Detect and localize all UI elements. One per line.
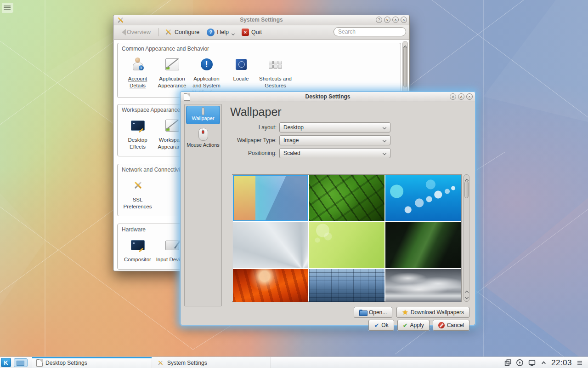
chevron-down-icon [383, 151, 386, 155]
dialog-body: Wallpaper Mouse Actions Wallpaper Layout… [181, 102, 475, 325]
quit-button[interactable]: × Quit [242, 29, 262, 36]
wallpaper-thumbnail[interactable] [385, 222, 461, 268]
close-button[interactable]: × [401, 17, 407, 23]
dialog-close-button[interactable]: × [466, 93, 473, 100]
wallpaper-thumbnail[interactable] [309, 269, 384, 302]
layout-label: Layout: [181, 122, 277, 132]
system-tray: 22:03 [504, 357, 583, 368]
system-settings-titlebar[interactable]: System Settings ? ∨ ∧ × [113, 15, 409, 25]
search-input[interactable] [334, 27, 406, 36]
wallpaper-thumbnail[interactable] [309, 222, 384, 268]
shortcuts-icon [269, 61, 282, 69]
clock[interactable]: 22:03 [551, 358, 572, 368]
wallpaper-grid-scrollbar[interactable] [464, 174, 469, 302]
document-icon [36, 359, 43, 367]
star-icon: ★ [402, 309, 408, 316]
section-common-appearance: Common Appearance and Behavior i Account… [117, 43, 401, 98]
help-window-button[interactable]: ? [376, 17, 382, 23]
configure-button[interactable]: Configure [164, 28, 199, 36]
task-desktop-settings[interactable]: Desktop Settings [32, 357, 152, 368]
expand-tray-icon[interactable] [540, 359, 547, 366]
wallpaper-thumbnail[interactable] [233, 269, 308, 302]
ssl-preferences-icon [134, 181, 142, 190]
configure-icon [165, 29, 171, 35]
locale-icon [236, 59, 247, 70]
panel-toolbox-icon[interactable] [576, 359, 583, 367]
wallpaper-thumbnail-selected[interactable] [233, 175, 308, 221]
desktop-settings-dialog: Desktop Settings ∨ ∧ × Wallpaper Mouse A… [180, 92, 475, 325]
apply-button[interactable]: ✔ Apply [397, 320, 430, 331]
overview-button[interactable]: Overview [119, 29, 151, 35]
layout-select[interactable]: Desktop [279, 122, 390, 132]
positioning-label: Positioning: [181, 148, 277, 158]
folder-icon [359, 310, 367, 315]
help-icon: ? [207, 29, 215, 36]
item-compositor[interactable]: Compositor [120, 236, 155, 263]
taskbar: K Desktop Settings System Settings [0, 356, 588, 368]
help-button[interactable]: ? Help [207, 29, 234, 36]
display-icon[interactable] [528, 359, 536, 367]
ok-button[interactable]: ✔ Ok [368, 320, 394, 331]
cancel-icon [438, 322, 445, 328]
dialog-title: Desktop Settings [181, 92, 475, 102]
wallpaper-grid [232, 174, 462, 302]
maximize-button[interactable]: ∧ [392, 17, 399, 23]
toolbar-separator [158, 28, 158, 36]
wallpaper-thumbnail[interactable] [309, 175, 384, 221]
dialog-titlebar[interactable]: Desktop Settings ∨ ∧ × [181, 92, 475, 102]
positioning-select[interactable]: Scaled [279, 148, 390, 158]
minimize-button[interactable]: ∨ [384, 17, 390, 23]
desktop: System Settings ? ∨ ∧ × Overview Configu… [0, 0, 588, 368]
window-title: System Settings [113, 15, 409, 25]
open-button[interactable]: Open... [354, 307, 392, 318]
wallpaper-thumbnail[interactable] [385, 269, 461, 302]
dialog-maximize-button[interactable]: ∧ [458, 93, 464, 100]
cancel-button[interactable]: Cancel [433, 320, 469, 331]
chevron-down-icon [232, 32, 235, 35]
quit-icon: × [242, 29, 249, 36]
wallpaper-thumbnail[interactable] [385, 175, 461, 221]
back-arrow-icon [119, 29, 126, 35]
app-launcher-button[interactable]: K [1, 358, 11, 367]
account-details-icon: i [132, 58, 144, 71]
task-system-settings[interactable]: System Settings [152, 357, 271, 368]
pager-widget[interactable] [14, 358, 28, 367]
chevron-down-icon [383, 138, 386, 142]
item-shortcuts[interactable]: Shortcuts and Gestures [258, 55, 293, 96]
workspace-appearance-icon [165, 120, 179, 132]
page-title: Wallpaper [230, 105, 282, 119]
dialog-sidebar: Wallpaper Mouse Actions [184, 104, 222, 306]
wallpaper-thumbnail[interactable] [233, 222, 308, 268]
desktop-toolbox[interactable] [2, 3, 13, 13]
chevron-down-icon [383, 126, 386, 129]
wallpaper-type-select[interactable]: Image [279, 135, 390, 145]
item-account-details[interactable]: i Account Details [120, 55, 155, 96]
desktop-effects-icon [131, 121, 145, 131]
item-ssl-preferences[interactable]: SSL Preferences [120, 176, 155, 210]
system-settings-icon [158, 360, 163, 365]
ok-check-icon: ✔ [374, 322, 379, 329]
item-locale[interactable]: Locale [224, 55, 258, 96]
download-wallpapers-button[interactable]: ★ Download Wallpapers [396, 307, 469, 318]
clipboard-icon[interactable] [504, 359, 512, 367]
item-notifications[interactable]: ! Application and System Notifications [189, 55, 224, 96]
notifications-icon: ! [201, 58, 213, 70]
item-desktop-effects[interactable]: Desktop Effects [120, 116, 155, 150]
item-application-appearance[interactable]: Application Appearance [155, 55, 189, 96]
wallpaper-type-label: Wallpaper Type: [181, 135, 277, 145]
power-status-icon[interactable] [516, 359, 524, 367]
input-devices-icon [165, 241, 179, 250]
compositor-icon [131, 240, 145, 250]
application-appearance-icon [165, 58, 179, 70]
system-settings-toolbar: Overview Configure ? Help × Quit [114, 25, 409, 40]
apply-check-icon: ✔ [403, 322, 408, 329]
dialog-minimize-button[interactable]: ∨ [450, 93, 456, 100]
sidebar-item-wallpaper[interactable]: Wallpaper [186, 106, 220, 124]
wallpaper-monitor-icon [202, 109, 204, 114]
